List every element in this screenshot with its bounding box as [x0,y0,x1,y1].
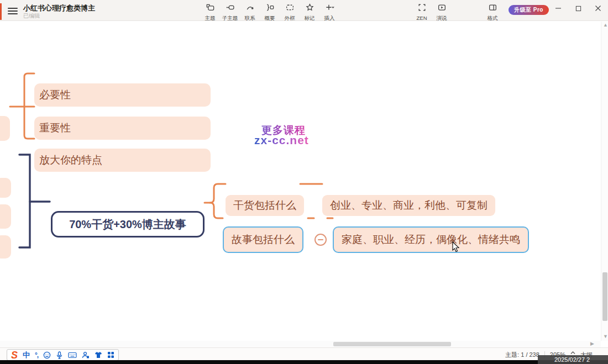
topic-button[interactable]: 主题 [200,2,220,20]
mindmap-canvas[interactable]: 必要性 重要性 放大你的特点 70%干货+30%博主故事 干货包括什么 创业、专… [0,22,608,347]
node-necessity[interactable]: 必要性 [34,83,211,107]
node-dry-goods-question[interactable]: 干货包括什么 [226,195,304,216]
minimize-button[interactable] [548,0,568,17]
watermark-url: zx-cc.net [254,134,309,147]
scroll-up-icon[interactable]: ▲ [603,23,608,28]
letterbox-strip [0,360,608,364]
upgrade-pro-button[interactable]: 升级至 Pro [509,5,549,15]
play-icon [437,2,447,14]
horizontal-scrollbar[interactable]: ▶ [0,341,601,347]
marker-button[interactable]: 标记 [300,2,319,20]
ime-keyboard-icon[interactable] [68,352,77,358]
vertical-scroll-thumb[interactable] [602,272,607,321]
status-bar: S 中 °, 主题: 1 / 238 205% 大纲 [0,347,608,361]
node-story-question[interactable]: 故事包括什么 [223,226,303,253]
window-controls [548,0,608,17]
boundary-icon [285,2,295,14]
ime-toolbar[interactable]: S 中 °, [7,349,119,361]
mouse-cursor [452,241,460,252]
ime-punctuation-toggle[interactable]: °, [35,351,38,359]
boundary-button[interactable]: 外框 [280,2,300,20]
clipped-subtopic-node-3[interactable] [0,235,11,259]
relationship-icon [245,2,255,14]
datetime-overlay: 2025/02/27 2 [538,355,608,364]
insert-button[interactable]: 插入 [319,2,339,20]
vertical-scrollbar[interactable]: ▲ ▼ [601,22,608,341]
ime-profile-icon[interactable] [82,351,90,358]
view-toolbar: ZEN 演说 [412,2,452,20]
zoom-in-chevron-icon[interactable] [570,351,575,355]
clipped-subtopic-node-1[interactable] [0,178,11,198]
title-bar: 小红书心理疗愈类博主 已编辑 主题 子主题 联系 概要 外框 标记 插入 [0,0,608,21]
node-importance[interactable]: 重要性 [34,117,211,140]
connector-lines [0,22,608,347]
topic-icon [206,2,215,14]
menu-icon[interactable] [8,6,18,15]
node-dry-goods-answer[interactable]: 创业、专业、商业，利他、可复制 [322,195,495,216]
sogou-logo-icon[interactable]: S [11,350,18,360]
ime-language-toggle[interactable]: 中 [23,350,30,360]
subtopic-icon [226,2,235,14]
plus-icon [325,2,334,14]
edge-accent-strip [0,3,2,20]
format-toolbar: 格式 [483,2,502,20]
horizontal-scroll-thumb[interactable] [333,342,451,346]
zen-mode-icon [417,2,427,14]
scroll-down-icon[interactable]: ▼ [603,334,608,339]
format-button[interactable]: 格式 [483,2,502,20]
close-button[interactable] [588,0,608,17]
summary-icon [265,2,275,14]
scroll-right-icon[interactable]: ▶ [590,341,594,346]
node-summary-topic[interactable]: 70%干货+30%博主故事 [51,211,205,238]
ime-emoji-icon[interactable] [43,351,51,359]
node-story-answer[interactable]: 家庭、职业、经历，偶像化、情绪共鸣 [333,226,529,253]
document-edit-status: 已编辑 [23,12,40,20]
clipped-parent-node[interactable] [0,116,10,141]
ime-toolbox-icon[interactable] [107,351,114,358]
ime-microphone-icon[interactable] [56,351,63,359]
star-icon [305,2,315,14]
zen-button[interactable]: ZEN [412,2,432,20]
subtopic-button[interactable]: 子主题 [220,2,240,20]
format-panel-icon [488,2,497,14]
present-button[interactable]: 演说 [432,2,452,20]
summary-button[interactable]: 概要 [260,2,280,20]
zen-label: ZEN [417,15,427,21]
relationship-button[interactable]: 联系 [240,2,260,20]
main-toolbar: 主题 子主题 联系 概要 外框 标记 插入 [200,2,339,20]
node-amplify-traits[interactable]: 放大你的特点 [34,149,211,172]
collapse-toggle-icon[interactable] [315,234,327,246]
clipped-subtopic-node-2[interactable] [0,204,11,229]
maximize-button[interactable] [568,0,588,17]
ime-skin-icon[interactable] [95,351,102,358]
topic-counter: 主题: 1 / 238 [505,351,539,359]
